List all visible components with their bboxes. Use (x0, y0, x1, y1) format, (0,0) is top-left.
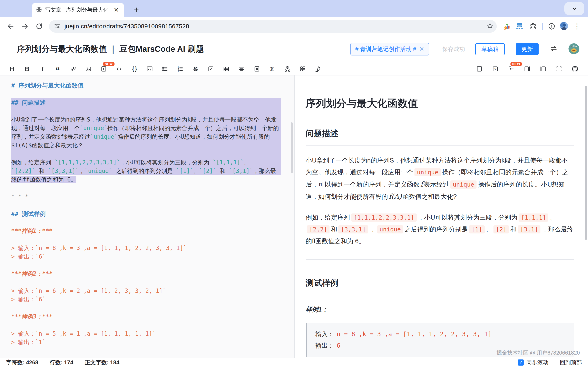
preview-paragraph: 小U拿到了一个长度为n的序列S，他想通过某种方法将这个序列划分为k段，并且使每一… (306, 155, 574, 203)
preview-paragraph: 例如，给定序列[1,1,1,2,2,3,3,1]，小U可以将其划分为三段，分别为… (306, 212, 574, 247)
editor-line: * * * (11, 192, 281, 201)
blockquote-icon[interactable]: “ (54, 65, 61, 73)
stat-item: 字符数: 4268 (6, 359, 38, 366)
window-scrollbar-thumb[interactable] (585, 86, 587, 240)
preview-pane: 序列划分与最大化函数值问题描述小U拿到了一个长度为n的序列S，他想通过某种方法将… (295, 75, 588, 358)
editor-scrollbar-thumb[interactable] (291, 122, 293, 173)
browser-tab[interactable]: 写文章 - 序列划分与最大化函数值 ✕ (32, 3, 124, 17)
bold-glyph: B (25, 66, 29, 72)
markdown-source-pane[interactable]: # 序列划分与最大化函数值 ## 问题描述 小U拿到了一个长度为n的序列S，他想… (0, 75, 295, 358)
braces-icon[interactable]: { } (131, 65, 138, 73)
editor-line (11, 218, 281, 227)
code-block-icon[interactable] (146, 65, 153, 73)
extension-carrot-icon[interactable] (501, 21, 512, 32)
editor-line: ## 测试样例 (11, 210, 281, 218)
video-icon[interactable]: NEW (100, 65, 107, 73)
document-stats: 字符数: 4268行数: 174正文字数: 184 (6, 359, 120, 366)
preview-title: 序列划分与最大化函数值 (306, 97, 574, 110)
panel-columns-icon[interactable] (539, 65, 547, 73)
editor-line (11, 201, 281, 210)
task-list-icon[interactable] (207, 65, 215, 73)
topic-tag-label: # 青训营笔记创作活动 # (355, 45, 416, 53)
update-button[interactable]: 更新 (516, 43, 539, 55)
formula-icon[interactable]: Σ (268, 65, 276, 73)
formula-glyph: Σ (270, 66, 274, 72)
back-button[interactable] (4, 20, 17, 33)
heading-icon[interactable]: H (8, 65, 16, 73)
svg-text:?: ? (494, 67, 497, 71)
new-tab-button[interactable] (131, 4, 142, 15)
back-to-top-button[interactable]: 回到顶部 (560, 359, 582, 366)
editor-line: > 输出：`6` (11, 252, 281, 261)
editor-line: > 输出：`6` (11, 295, 281, 304)
leaf-energy-icon[interactable] (546, 21, 557, 32)
help-icon[interactable]: ? (492, 65, 499, 73)
github-icon[interactable] (571, 65, 579, 73)
article-title-input[interactable]: 序列划分与最大化函数值 ｜ 豆包MarsCode AI 刷题 (17, 43, 346, 55)
inline-code-icon[interactable] (115, 65, 123, 73)
panel-right-icon[interactable] (523, 65, 531, 73)
editor-line: # 序列划分与最大化函数值 (11, 81, 281, 90)
page-export-icon[interactable] (253, 65, 260, 73)
editor-line: > 输入：`n = 8 ,k = 3 ,a = [1, 1, 1, 2, 2, … (11, 244, 281, 252)
align-icon[interactable] (238, 65, 245, 73)
import-icon[interactable]: NEW (508, 65, 515, 73)
strikethrough-icon[interactable]: S (192, 65, 199, 73)
link-icon[interactable] (69, 65, 77, 73)
editor-line (11, 235, 281, 244)
tab-list-chevron-button[interactable] (564, 2, 584, 15)
fullscreen-icon[interactable] (555, 65, 563, 73)
chrome-menu-icon[interactable]: ⋮ (571, 23, 584, 30)
new-badge: NEW (103, 62, 114, 66)
editor-line: 序列，并定义函数$f$表示经过`unique`操作后的序列的长度。小U想知道，如… (11, 133, 281, 141)
tab-title: 写文章 - 序列划分与最大化函数值 (45, 6, 109, 13)
url-text[interactable]: juejin.cn/editor/drafts/7435089100981567… (65, 23, 483, 30)
sync-scroll-toggle[interactable]: ✓ 同步滚动 (518, 359, 548, 366)
editor-line (11, 321, 281, 329)
editor-line: > 输入：`n = 5 ,k = 1 ,a = [1, 1, 1, 1, 1]` (11, 329, 281, 338)
bulleted-list-icon[interactable] (161, 65, 169, 73)
editor-line: 小U拿到了一个长度为n的序列S，他想通过某种方法将这个序列划分为k段，并且使每一… (11, 115, 281, 124)
preview-heading: 测试样例 (306, 277, 574, 295)
forward-button[interactable] (19, 20, 31, 33)
address-bar[interactable]: juejin.cn/editor/drafts/7435089100981567… (49, 20, 497, 33)
extensions-puzzle-icon[interactable] (527, 21, 539, 32)
italic-icon[interactable]: I (39, 65, 46, 73)
browser-profile-avatar[interactable] (559, 21, 568, 31)
checkbox-checked-icon[interactable]: ✓ (518, 359, 524, 366)
globe-icon (36, 7, 42, 13)
site-settings-icon[interactable] (54, 23, 61, 30)
editor-line (11, 90, 281, 98)
editor-line: > 输入：`n = 6 ,k = 2 ,a = [1, 2, 3, 3, 2, … (11, 287, 281, 295)
table-icon[interactable] (223, 65, 230, 73)
tab-strip: 写文章 - 序列划分与最大化函数值 ✕ (0, 0, 588, 17)
bold-icon[interactable]: B (24, 65, 31, 73)
outline-icon[interactable] (476, 65, 483, 73)
braces-glyph: { } (132, 66, 137, 72)
toolbar-left-group: HBI“NEW{ }123SΣ (8, 65, 322, 73)
bookmark-star-icon[interactable] (486, 22, 493, 30)
editor-line: ***样例1：*** (11, 227, 281, 235)
reload-button[interactable] (33, 20, 45, 33)
tab-close-icon[interactable]: ✕ (112, 7, 120, 13)
tag-close-icon[interactable]: ✕ (419, 45, 424, 53)
user-avatar[interactable] (568, 43, 580, 55)
highlight-pen-icon[interactable] (314, 65, 322, 73)
extension-server-icon[interactable] (514, 21, 525, 32)
blockquote-glyph: “ (56, 68, 60, 73)
preview-heading: 问题描述 (306, 128, 574, 146)
editor-line (11, 184, 281, 192)
swap-sync-icon[interactable] (550, 45, 558, 54)
editor-line: ***样例3：*** (11, 312, 281, 321)
numbered-list-icon[interactable]: 123 (177, 65, 184, 73)
topic-tag-chip[interactable]: # 青训营笔记创作活动 # ✕ (350, 43, 429, 55)
new-badge: NEW (510, 62, 522, 66)
diagram-icon[interactable] (284, 65, 291, 73)
grid-apps-icon[interactable] (299, 65, 306, 73)
toolbar-separator (542, 23, 543, 30)
strikethrough-glyph: S (193, 66, 198, 72)
browser-toolbar: juejin.cn/editor/drafts/7435089100981567… (0, 17, 588, 36)
drafts-button[interactable]: 草稿箱 (475, 43, 505, 55)
save-status: 保存成功 (442, 45, 465, 53)
image-icon[interactable] (85, 65, 92, 73)
